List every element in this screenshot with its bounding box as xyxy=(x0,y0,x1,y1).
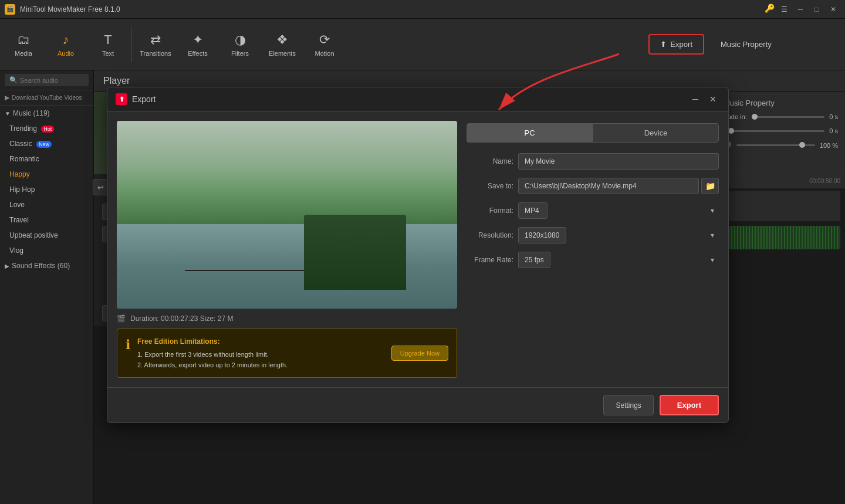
preview-trees xyxy=(304,215,406,290)
volume-value: 100 % xyxy=(820,142,838,149)
music-section-arrow: ▼ xyxy=(5,110,11,117)
key-icon: 🔑 xyxy=(765,4,775,15)
app-icon: 🎬 xyxy=(5,4,15,15)
upbeat-label: Upbeat positive xyxy=(9,231,58,239)
romantic-label: Romantic xyxy=(9,155,39,163)
resolution-select[interactable]: 1920x1080 1280x720 xyxy=(518,227,566,243)
tab-device[interactable]: Device xyxy=(593,123,719,143)
minimize-btn[interactable]: ─ xyxy=(793,4,807,15)
duration-text: Duration: 00:00:27:23 Size: 27 M xyxy=(130,314,233,323)
browse-button[interactable]: 📁 xyxy=(701,178,719,194)
framerate-select-wrapper: 25 fps 30 fps xyxy=(518,252,719,268)
music-property-panel: Music Property Fade in: 0 s 0 s 🔊 xyxy=(716,92,845,174)
effects-label: Effects xyxy=(188,50,207,57)
export-tabs: PC Device xyxy=(467,123,719,143)
upgrade-button[interactable]: Upgrade Now xyxy=(391,346,448,361)
toolbar-motion[interactable]: ⟳ Motion xyxy=(303,21,346,68)
format-select-wrapper: MP4 MOV AVI xyxy=(518,202,719,219)
music-section-label: Music (119) xyxy=(13,109,50,117)
sidebar-item-classic[interactable]: Classic New xyxy=(0,136,93,151)
fade-in-value: 0 s xyxy=(829,113,838,120)
love-label: Love xyxy=(9,201,25,209)
sidebar-item-hiphop[interactable]: Hip Hop xyxy=(0,182,93,197)
travel-label: Travel xyxy=(9,216,29,224)
sidebar-section-soundfx[interactable]: ▶ Sound Effects (60) xyxy=(0,258,93,273)
sidebar-item-trending[interactable]: Trending Hot xyxy=(0,121,93,136)
header-export-area: ⬆ Export xyxy=(648,34,704,55)
sidebar-search-area: 🔍 xyxy=(0,70,93,90)
fade-out-value: 0 s xyxy=(829,127,838,134)
menu-btn[interactable]: ☰ xyxy=(777,4,791,15)
save-to-row: Save to: 📁 xyxy=(467,178,719,194)
toolbar-effects[interactable]: ✦ Effects xyxy=(177,21,219,68)
download-youtube-label[interactable]: Download YouTube Videos xyxy=(12,94,82,101)
format-select[interactable]: MP4 MOV AVI xyxy=(518,202,547,219)
save-to-input-group: 📁 xyxy=(518,178,719,194)
app-title: MiniTool MovieMaker Free 8.1.0 xyxy=(20,5,120,13)
name-input[interactable] xyxy=(518,153,719,170)
modal-preview-section: 🎬 Duration: 00:00:27:23 Size: 27 M ℹ Fre… xyxy=(117,121,457,378)
name-row: Name: xyxy=(467,153,719,170)
maximize-btn[interactable]: □ xyxy=(810,4,824,15)
name-label: Name: xyxy=(467,157,513,165)
toolbar-elements[interactable]: ❖ Elements xyxy=(261,21,303,68)
audio-label: Audio xyxy=(58,50,74,57)
modal-minimize-btn[interactable]: ─ xyxy=(688,93,702,105)
toolbar-media[interactable]: 🗂 Media xyxy=(2,21,45,68)
close-btn[interactable]: ✕ xyxy=(826,4,840,15)
sidebar-section-music[interactable]: ▼ Music (119) xyxy=(0,106,93,121)
preview-placeholder xyxy=(117,121,457,309)
modal-title-bar: ⬆ Export ─ ✕ xyxy=(107,87,728,111)
toolbar-transitions[interactable]: ⇄ Transitions xyxy=(134,21,177,68)
modal-body: 🎬 Duration: 00:00:27:23 Size: 27 M ℹ Fre… xyxy=(107,111,728,387)
ruler-end: 00:00:50:00 xyxy=(809,178,840,184)
toolbar-text[interactable]: T Text xyxy=(87,21,129,68)
filters-icon: ◑ xyxy=(235,32,246,48)
sidebar-item-upbeat[interactable]: Upbeat positive xyxy=(0,228,93,243)
resolution-select-wrapper: 1920x1080 1280x720 xyxy=(518,227,719,243)
media-icon: 🗂 xyxy=(17,32,30,48)
header-export-button[interactable]: ⬆ Export xyxy=(648,34,704,55)
volume-thumb[interactable] xyxy=(799,142,805,148)
warning-text: Free Edition Limitations: 1. Export the … xyxy=(137,336,384,370)
sidebar-item-love[interactable]: Love xyxy=(0,197,93,212)
export-final-button[interactable]: Export xyxy=(660,395,719,415)
music-property-label: Music Property xyxy=(721,40,772,49)
preview-sky xyxy=(117,121,457,234)
sidebar-item-vlog[interactable]: Vlog xyxy=(0,243,93,258)
modal-title-text: Export xyxy=(132,94,156,104)
spacer xyxy=(467,276,719,378)
hiphop-label: Hip Hop xyxy=(9,185,35,194)
export-modal: ⬆ Export ─ ✕ 🎬 Duration: 00:00:27:23 Siz… xyxy=(107,87,729,423)
fade-in-slider[interactable] xyxy=(752,116,825,118)
modal-settings-section: PC Device Name: Save to: 📁 Format: MP4 xyxy=(467,121,719,378)
save-to-input[interactable] xyxy=(518,178,699,194)
sidebar-item-happy[interactable]: Happy xyxy=(0,167,93,182)
export-icon: ⬆ xyxy=(660,40,667,49)
framerate-select[interactable]: 25 fps 30 fps xyxy=(518,252,550,268)
fade-out-slider[interactable] xyxy=(728,130,824,132)
fade-in-thumb[interactable] xyxy=(752,114,758,120)
transitions-icon: ⇄ xyxy=(150,32,161,48)
sidebar-item-travel[interactable]: Travel xyxy=(0,212,93,228)
sidebar-item-romantic[interactable]: Romantic xyxy=(0,151,93,167)
resolution-label: Resolution: xyxy=(467,231,513,239)
toolbar-audio[interactable]: ♪ Audio xyxy=(45,21,87,68)
warning-line1: 1. Export the first 3 videos without len… xyxy=(137,350,384,360)
volume-slider[interactable] xyxy=(736,144,815,146)
happy-label: Happy xyxy=(9,170,30,178)
fade-out-thumb[interactable] xyxy=(728,128,734,134)
modal-window-controls: ─ ✕ xyxy=(688,93,720,105)
tab-pc[interactable]: PC xyxy=(467,123,593,143)
modal-close-btn[interactable]: ✕ xyxy=(706,93,720,105)
search-input[interactable] xyxy=(20,77,84,84)
soundfx-label: Sound Effects (60) xyxy=(12,262,70,270)
toolbar-filters[interactable]: ◑ Filters xyxy=(219,21,261,68)
music-property-header: Music Property xyxy=(714,40,843,49)
preview-image xyxy=(117,121,457,309)
modal-footer: Settings Export xyxy=(107,387,728,422)
settings-button[interactable]: Settings xyxy=(603,395,653,415)
search-container: 🔍 xyxy=(5,74,89,86)
toolbar-divider xyxy=(131,27,132,62)
modal-title: ⬆ Export xyxy=(116,93,156,105)
